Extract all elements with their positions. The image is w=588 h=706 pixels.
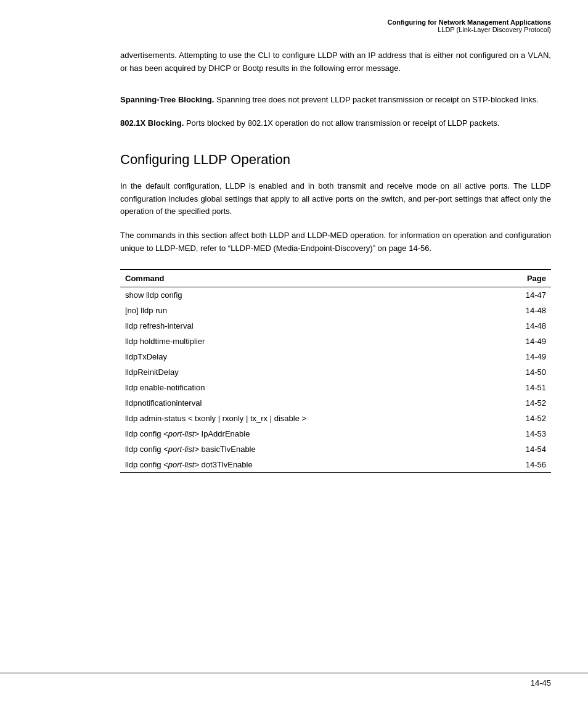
page-cell: 14-48 bbox=[492, 318, 551, 334]
spanning-tree-label: Spanning-Tree Blocking. bbox=[120, 95, 214, 104]
table-row: lldpTxDelay14-49 bbox=[120, 349, 551, 364]
dot1x-body: Ports blocked by 802.1X operation do not… bbox=[184, 118, 499, 128]
command-cell: lldpTxDelay bbox=[120, 349, 492, 364]
table-row: [no] lldp run14-48 bbox=[120, 303, 551, 318]
italic-port-list: port-list bbox=[168, 445, 195, 454]
column-header-command: Command bbox=[120, 269, 492, 287]
page-cell: 14-56 bbox=[492, 457, 551, 473]
table-row: lldp enable-notification14-51 bbox=[120, 380, 551, 395]
command-cell: lldp enable-notification bbox=[120, 380, 492, 395]
table-row: lldpReinitDelay14-50 bbox=[120, 364, 551, 380]
spanning-tree-text: Spanning-Tree Blocking. Spanning tree do… bbox=[120, 94, 551, 106]
body-paragraph-1: In the default configuration, LLDP is en… bbox=[120, 180, 551, 218]
page-cell: 14-48 bbox=[492, 303, 551, 318]
table-row: lldp admin-status < txonly | rxonly | tx… bbox=[120, 411, 551, 426]
page-cell: 14-49 bbox=[492, 349, 551, 364]
command-cell: lldpnotificationinterval bbox=[120, 395, 492, 411]
dot1x-label: 802.1X Blocking. bbox=[120, 118, 184, 128]
command-cell: lldp config <port-list> IpAddrEnable bbox=[120, 426, 492, 441]
body-paragraph-2: The commands in this section affect both… bbox=[120, 229, 551, 255]
table-row: lldpnotificationinterval14-52 bbox=[120, 395, 551, 411]
page-cell: 14-49 bbox=[492, 334, 551, 349]
intro-paragraph: advertisements. Attempting to use the CL… bbox=[120, 49, 551, 75]
main-content: advertisements. Attempting to use the CL… bbox=[120, 0, 551, 473]
dot1x-blocking: 802.1X Blocking. Ports blocked by 802.1X… bbox=[120, 117, 551, 129]
table-row: lldp config <port-list> IpAddrEnable14-5… bbox=[120, 426, 551, 441]
table-row: lldp refresh-interval14-48 bbox=[120, 318, 551, 334]
italic-port-list: port-list bbox=[168, 460, 195, 469]
header-title: Configuring for Network Management Appli… bbox=[388, 18, 551, 26]
command-cell: lldpReinitDelay bbox=[120, 364, 492, 380]
page-cell: 14-50 bbox=[492, 364, 551, 380]
command-cell: lldp refresh-interval bbox=[120, 318, 492, 334]
table-row: lldp config <port-list> basicTlvEnable14… bbox=[120, 441, 551, 457]
table-row: lldp config <port-list> dot3TlvEnable 14… bbox=[120, 457, 551, 473]
command-cell: [no] lldp run bbox=[120, 303, 492, 318]
page-cell: 14-47 bbox=[492, 287, 551, 303]
page-header: Configuring for Network Management Appli… bbox=[388, 18, 551, 33]
page-cell: 14-51 bbox=[492, 380, 551, 395]
spanning-tree-blocking: Spanning-Tree Blocking. Spanning tree do… bbox=[120, 94, 551, 106]
column-header-page: Page bbox=[492, 269, 551, 287]
spanning-tree-body: Spanning tree does not prevent LLDP pack… bbox=[214, 95, 539, 104]
header-subtitle: LLDP (Link-Layer Discovery Protocol) bbox=[388, 26, 551, 33]
table-header-row: Command Page bbox=[120, 269, 551, 287]
page-cell: 14-52 bbox=[492, 411, 551, 426]
command-cell: show lldp config bbox=[120, 287, 492, 303]
command-cell: lldp config <port-list> dot3TlvEnable bbox=[120, 457, 492, 473]
command-cell: lldp holdtime-multiplier bbox=[120, 334, 492, 349]
page-footer: 14-45 bbox=[0, 673, 588, 688]
dot1x-text: 802.1X Blocking. Ports blocked by 802.1X… bbox=[120, 117, 551, 129]
page-cell: 14-53 bbox=[492, 426, 551, 441]
page-number: 14-45 bbox=[531, 678, 551, 688]
command-table: Command Page show lldp config14-47[no] l… bbox=[120, 269, 551, 473]
command-cell: lldp config <port-list> basicTlvEnable bbox=[120, 441, 492, 457]
table-row: show lldp config14-47 bbox=[120, 287, 551, 303]
italic-port-list: port-list bbox=[168, 429, 195, 438]
section-heading: Configuring LLDP Operation bbox=[120, 152, 551, 168]
command-cell: lldp admin-status < txonly | rxonly | tx… bbox=[120, 411, 492, 426]
page-cell: 14-54 bbox=[492, 441, 551, 457]
footer-line: 14-45 bbox=[0, 678, 588, 688]
page-cell: 14-52 bbox=[492, 395, 551, 411]
page-container: Configuring for Network Management Appli… bbox=[0, 0, 588, 706]
table-row: lldp holdtime-multiplier14-49 bbox=[120, 334, 551, 349]
